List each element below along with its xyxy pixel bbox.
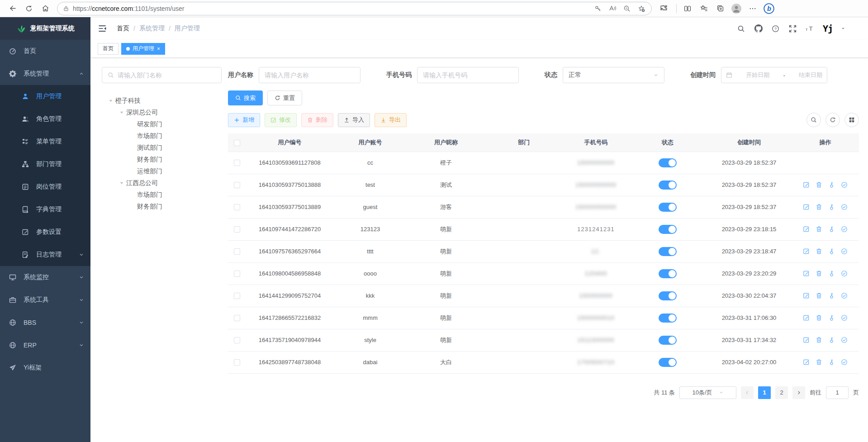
dept-tree-node[interactable]: 研发部门 <box>102 119 222 130</box>
row-checkbox[interactable] <box>234 315 240 321</box>
next-page-button[interactable] <box>792 386 805 399</box>
dept-tree-node[interactable]: 橙子科技 <box>102 95 222 107</box>
row-checkbox[interactable] <box>234 293 240 299</box>
sidebar-item-yi-frame[interactable]: Yi框架 <box>0 356 90 379</box>
row-delete-button[interactable] <box>816 181 822 188</box>
sidebar-item-user-mgmt[interactable]: 用户管理 <box>0 85 90 108</box>
font-size-icon[interactable]: тT <box>806 24 815 33</box>
lock-icon[interactable] <box>63 5 69 12</box>
browser-home-button[interactable] <box>37 2 53 15</box>
sidebar-item-param-settings[interactable]: 参数设置 <box>0 221 90 243</box>
breadcrumb-home[interactable]: 首页 <box>117 24 129 33</box>
row-checkbox[interactable] <box>234 182 240 188</box>
status-toggle[interactable] <box>659 336 677 345</box>
dept-tree-node[interactable]: 深圳总公司 <box>102 107 222 119</box>
app-logo[interactable]: 意框架管理系统 <box>0 17 90 40</box>
row-reset-password-button[interactable] <box>828 359 835 366</box>
row-edit-button[interactable] <box>803 337 810 343</box>
close-tab-icon[interactable]: × <box>157 46 160 52</box>
dept-tree-node[interactable]: 财务部门 <box>102 201 222 213</box>
reset-button[interactable]: 重置 <box>267 90 302 105</box>
password-key-icon[interactable] <box>591 2 605 15</box>
row-delete-button[interactable] <box>816 270 822 277</box>
status-toggle[interactable] <box>659 314 677 323</box>
dept-tree-node[interactable]: 江西总公司 <box>102 177 222 189</box>
dept-tree-node[interactable]: 市场部门 <box>102 189 222 201</box>
more-options-icon[interactable] <box>745 2 761 15</box>
status-toggle[interactable] <box>659 269 677 278</box>
sidebar-item-sys-monitor[interactable]: 系统监控 <box>0 266 90 289</box>
row-reset-password-button[interactable] <box>828 181 835 188</box>
row-assign-role-button[interactable] <box>841 270 848 277</box>
refresh-table-button[interactable] <box>825 113 840 127</box>
row-reset-password-button[interactable] <box>828 337 835 343</box>
split-screen-icon[interactable] <box>679 2 696 15</box>
address-bar[interactable]: https://ccnetcore.com:1101/system/user <box>57 2 652 15</box>
phone-input[interactable] <box>423 71 513 79</box>
date-range-picker[interactable]: 开始日期 - 结束日期 <box>721 67 827 83</box>
row-reset-password-button[interactable] <box>828 204 835 210</box>
avatar-caret-icon[interactable] <box>841 26 845 31</box>
row-edit-button[interactable] <box>803 181 810 188</box>
status-select[interactable] <box>563 67 664 83</box>
row-checkbox[interactable] <box>234 160 240 166</box>
zoom-out-icon[interactable] <box>620 2 634 15</box>
browser-refresh-button[interactable] <box>21 2 37 15</box>
row-assign-role-button[interactable] <box>841 181 848 188</box>
delete-button[interactable]: 删除 <box>301 113 333 127</box>
edit-button[interactable]: 修改 <box>265 113 297 127</box>
view-tab-0[interactable]: 首页 <box>98 43 119 55</box>
dept-tree-node[interactable]: 财务部门 <box>102 154 222 166</box>
sidebar-item-system-mgmt[interactable]: 系统管理 <box>0 62 90 85</box>
row-edit-button[interactable] <box>803 292 810 299</box>
sidebar-item-sys-tools[interactable]: 系统工具 <box>0 289 90 311</box>
prev-page-button[interactable] <box>741 386 754 399</box>
sidebar-collapse-icon[interactable] <box>98 23 109 34</box>
row-reset-password-button[interactable] <box>828 314 835 321</box>
search-button[interactable]: 搜索 <box>228 90 263 105</box>
github-icon[interactable] <box>754 24 763 33</box>
status-toggle[interactable] <box>659 181 677 190</box>
fullscreen-icon[interactable] <box>788 24 797 33</box>
sidebar-item-erp[interactable]: ERP <box>0 334 90 356</box>
status-toggle[interactable] <box>659 247 677 256</box>
sidebar-item-menu-mgmt[interactable]: 菜单管理 <box>0 130 90 153</box>
help-icon[interactable]: ? <box>771 24 780 33</box>
row-assign-role-button[interactable] <box>841 226 848 233</box>
row-assign-role-button[interactable] <box>841 337 848 343</box>
status-toggle[interactable] <box>659 225 677 234</box>
row-edit-button[interactable] <box>803 270 810 277</box>
column-visibility-button[interactable] <box>844 113 859 127</box>
row-edit-button[interactable] <box>803 226 810 233</box>
favorites-list-icon[interactable] <box>696 2 712 15</box>
collections-icon[interactable] <box>712 2 728 15</box>
row-edit-button[interactable] <box>803 204 810 210</box>
bing-chat-icon[interactable]: b <box>761 2 777 15</box>
row-edit-button[interactable] <box>803 314 810 321</box>
user-avatar[interactable]: Yj <box>823 23 833 34</box>
view-tab-1[interactable]: 用户管理× <box>121 43 165 55</box>
row-checkbox[interactable] <box>234 226 240 233</box>
dept-tree-node[interactable]: 测试部门 <box>102 142 222 154</box>
favorite-add-icon[interactable] <box>634 2 649 15</box>
row-delete-button[interactable] <box>816 292 822 299</box>
status-toggle[interactable] <box>659 291 677 300</box>
row-checkbox[interactable] <box>234 359 240 366</box>
select-all-checkbox[interactable] <box>234 140 240 146</box>
status-toggle[interactable] <box>659 358 677 367</box>
dept-tree-node[interactable]: 运维部门 <box>102 166 222 177</box>
export-button[interactable]: 导出 <box>375 113 407 127</box>
jump-page-input[interactable] <box>826 386 849 399</box>
row-delete-button[interactable] <box>816 359 822 366</box>
row-reset-password-button[interactable] <box>828 248 835 255</box>
page-button-2[interactable]: 2 <box>775 386 788 399</box>
sidebar-item-role-mgmt[interactable]: 角色管理 <box>0 108 90 130</box>
page-size-select[interactable]: 10条/页 <box>679 386 736 399</box>
sidebar-item-post-mgmt[interactable]: 岗位管理 <box>0 176 90 198</box>
page-button-1[interactable]: 1 <box>758 386 771 399</box>
row-delete-button[interactable] <box>816 248 822 255</box>
row-delete-button[interactable] <box>816 204 822 210</box>
row-checkbox[interactable] <box>234 271 240 277</box>
username-input[interactable] <box>265 71 355 79</box>
sidebar-item-dept-mgmt[interactable]: 部门管理 <box>0 153 90 176</box>
